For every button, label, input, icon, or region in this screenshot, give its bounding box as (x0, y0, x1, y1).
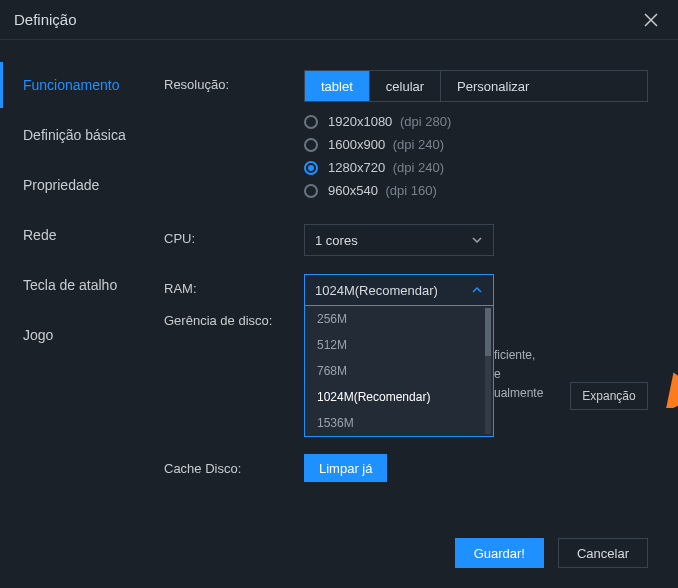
radio-icon (304, 161, 318, 175)
scrollbar[interactable] (485, 308, 491, 434)
cpu-value: 1 cores (315, 233, 358, 248)
ram-option-3[interactable]: 1024M(Recomendar) (305, 384, 493, 410)
radio-icon (304, 184, 318, 198)
cpu-select[interactable]: 1 cores (304, 224, 494, 256)
cache-label: Cache Disco: (164, 454, 304, 476)
sidebar-item-5[interactable]: Jogo (0, 312, 134, 358)
disk-text: ficiente, e ualmente (494, 346, 554, 404)
resolution-label: Resolução: (164, 70, 304, 92)
close-button[interactable] (638, 7, 664, 33)
ram-option-0[interactable]: 256M (305, 306, 493, 332)
disk-label: Gerência de disco: (164, 306, 304, 328)
cancel-button[interactable]: Cancelar (558, 538, 648, 568)
arrow-annotation (664, 238, 678, 408)
sidebar: FuncionamentoDefinição básicaPropriedade… (0, 40, 134, 588)
radio-icon (304, 138, 318, 152)
resolution-mode-2[interactable]: Personalizar (440, 71, 545, 101)
radio-icon (304, 115, 318, 129)
window-title: Definição (14, 11, 77, 28)
content-panel: Resolução: tabletcelularPersonalizar 192… (134, 40, 678, 588)
scrollbar-thumb[interactable] (485, 308, 491, 356)
resolution-mode-1[interactable]: celular (369, 71, 440, 101)
clear-cache-button[interactable]: Limpar já (304, 454, 387, 482)
resolution-option-2[interactable]: 1280x720 (dpi 240) (304, 160, 648, 175)
resolution-mode-0[interactable]: tablet (305, 71, 369, 101)
sidebar-item-1[interactable]: Definição básica (0, 112, 134, 158)
ram-option-4[interactable]: 1536M (305, 410, 493, 436)
sidebar-item-3[interactable]: Rede (0, 212, 134, 258)
sidebar-item-0[interactable]: Funcionamento (0, 62, 134, 108)
expand-button[interactable]: Expanção (570, 382, 648, 410)
sidebar-item-2[interactable]: Propriedade (0, 162, 134, 208)
resolution-option-1[interactable]: 1600x900 (dpi 240) (304, 137, 648, 152)
chevron-down-icon (471, 234, 483, 246)
save-button[interactable]: Guardar! (455, 538, 544, 568)
sidebar-item-4[interactable]: Tecla de atalho (0, 262, 134, 308)
resolution-option-3[interactable]: 960x540 (dpi 160) (304, 183, 648, 198)
resolution-mode-group: tabletcelularPersonalizar (304, 70, 648, 102)
resolution-option-0[interactable]: 1920x1080 (dpi 280) (304, 114, 648, 129)
cpu-label: CPU: (164, 224, 304, 246)
ram-select[interactable]: 1024M(Recomendar) (304, 274, 494, 306)
close-icon (644, 13, 658, 27)
chevron-up-icon (471, 284, 483, 296)
ram-option-1[interactable]: 512M (305, 332, 493, 358)
ram-option-2[interactable]: 768M (305, 358, 493, 384)
ram-label: RAM: (164, 274, 304, 296)
resolution-options: 1920x1080 (dpi 280)1600x900 (dpi 240)128… (304, 114, 648, 198)
ram-dropdown: 256M512M768M1024M(Recomendar)1536M2048M (304, 306, 494, 437)
ram-value: 1024M(Recomendar) (315, 283, 438, 298)
